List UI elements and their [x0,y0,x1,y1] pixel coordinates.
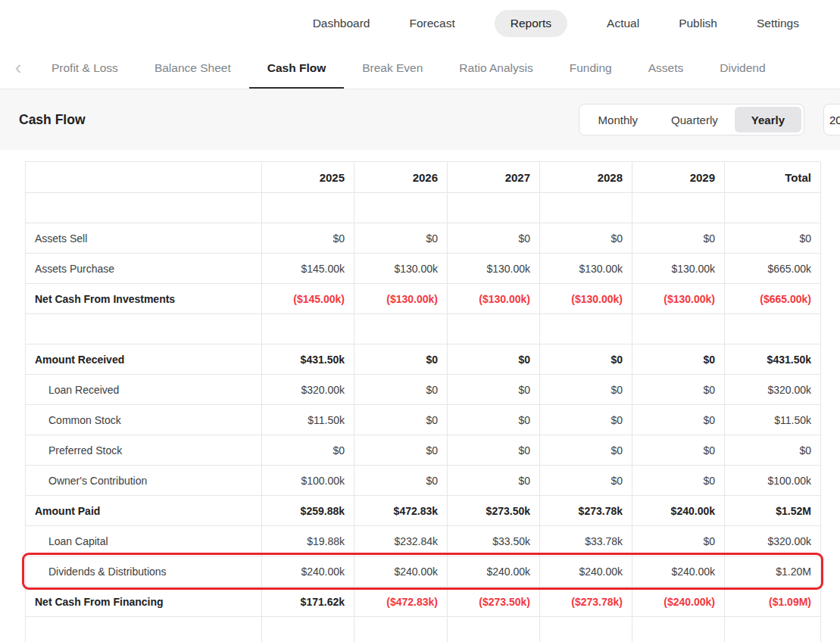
nav-item-settings[interactable]: Settings [757,17,799,30]
cell-value: $130.00k [354,254,448,284]
row-label: Assets Purchase [26,254,262,284]
nav-item-publish[interactable]: Publish [679,17,717,30]
cell-value: $0 [448,344,540,375]
nav-item-actual[interactable]: Actual [607,17,639,30]
cell-value: $0 [448,375,540,405]
empty-cell [354,617,448,642]
tab-break-even[interactable]: Break Even [344,47,441,89]
empty-cell [725,193,821,223]
table-row: Owner's Contribution$100.00k$0$0$0$0$100… [26,466,821,496]
table-row: Net Cash From Financing$171.62k($472.83k… [26,587,821,617]
period-monthly[interactable]: Monthly [582,107,655,132]
row-label: Preferred Stock [26,435,262,466]
tab-ratio-analysis[interactable]: Ratio Analysis [441,47,551,89]
nav-item-reports[interactable]: Reports [495,10,567,37]
empty-cell [725,314,821,344]
tab-funding[interactable]: Funding [551,47,630,89]
cell-value: $240.00k [262,556,354,587]
cell-value: ($665.00k) [725,284,821,314]
empty-cell [448,193,540,223]
table-row: Net Cash From Investments($145.00k)($130… [26,284,821,314]
chevron-left-icon[interactable]: ‹ [3,47,33,89]
cell-value: $0 [448,223,540,254]
year-selector-button[interactable]: 20 [823,104,840,136]
empty-cell [354,314,448,344]
empty-cell [540,314,632,344]
cell-value: $0 [540,405,632,435]
table-row: Amount Paid$259.88k$472.83k$273.50k$273.… [26,496,821,526]
spacer-row [26,617,821,642]
cell-value: $0 [354,435,448,466]
cell-value: $0 [448,405,540,435]
table-row: Amount Received$431.50k$0$0$0$0$431.50k [26,344,821,375]
page-title: Cash Flow [19,112,86,128]
row-label: Assets Sell [26,223,262,254]
row-label: Amount Paid [26,496,262,526]
cell-value: $0 [632,466,725,496]
column-header-2027: 2027 [448,162,540,193]
empty-cell [540,193,632,223]
cell-value: $0 [448,435,540,466]
nav-item-forecast[interactable]: Forecast [409,17,454,30]
app-root: DashboardForecastReportsActualPublishSet… [0,0,840,642]
cell-value: $0 [354,405,448,435]
period-yearly[interactable]: Yearly [735,107,801,132]
report-tabs: ‹ Profit & LossBalance SheetCash FlowBre… [0,47,840,89]
cell-value: $240.00k [632,496,725,526]
cell-value: ($130.00k) [632,284,725,314]
cell-value: $33.78k [540,526,632,556]
tab-dividend[interactable]: Dividend [701,47,783,89]
cell-value: $665.00k [725,254,821,284]
cell-value: $0 [540,466,632,496]
cell-value: $240.00k [354,556,448,587]
cell-value: ($273.50k) [448,587,540,617]
table-row: Loan Received$320.00k$0$0$0$0$320.00k [26,375,821,405]
cell-value: $0 [540,435,632,466]
row-label: Amount Received [26,344,262,375]
cell-value: $0 [725,435,821,466]
tab-assets[interactable]: Assets [630,47,702,89]
cell-value: $11.50k [725,405,821,435]
cell-value: $0 [540,344,632,375]
tab-balance-sheet[interactable]: Balance Sheet [136,47,249,89]
empty-cell [632,193,725,223]
empty-cell [26,193,262,223]
empty-cell [632,314,725,344]
table-row: Common Stock$11.50k$0$0$0$0$11.50k [26,405,821,435]
cell-value: $33.50k [448,526,540,556]
empty-cell [448,617,540,642]
spacer-row [26,314,821,344]
nav-item-dashboard[interactable]: Dashboard [313,17,370,30]
column-header-empty [26,162,262,193]
cell-value: $0 [262,435,354,466]
row-label: Owner's Contribution [26,466,262,496]
cell-value: $0 [632,344,725,375]
empty-cell [725,617,821,642]
cell-value: $240.00k [540,556,632,587]
column-header-2025: 2025 [262,162,354,193]
cell-value: $0 [540,223,632,254]
column-header-2029: 2029 [632,162,725,193]
row-label: Net Cash From Financing [26,587,262,617]
cell-value: $0 [354,223,448,254]
cell-value: $145.00k [262,254,354,284]
cell-value: $130.00k [632,254,725,284]
period-quarterly[interactable]: Quarterly [654,107,735,132]
cell-value: $1.52M [725,496,821,526]
cell-value: $259.88k [262,496,354,526]
cell-value: $273.50k [448,496,540,526]
cell-value: ($472.83k) [354,587,448,617]
empty-cell [26,314,262,344]
cell-value: $0 [354,466,448,496]
cell-value: $273.78k [540,496,632,526]
empty-cell [262,314,354,344]
cell-value: ($130.00k) [540,284,632,314]
tab-profit-loss[interactable]: Profit & Loss [33,47,136,89]
table-row: Dividends & Distributions$240.00k$240.00… [26,556,821,587]
table-row: Loan Capital$19.88k$232.84k$33.50k$33.78… [26,526,821,556]
cell-value: $171.62k [262,587,354,617]
tab-cash-flow[interactable]: Cash Flow [249,47,345,89]
cell-value: $0 [632,375,725,405]
cell-value: $320.00k [262,375,354,405]
spacer-row [26,193,821,223]
